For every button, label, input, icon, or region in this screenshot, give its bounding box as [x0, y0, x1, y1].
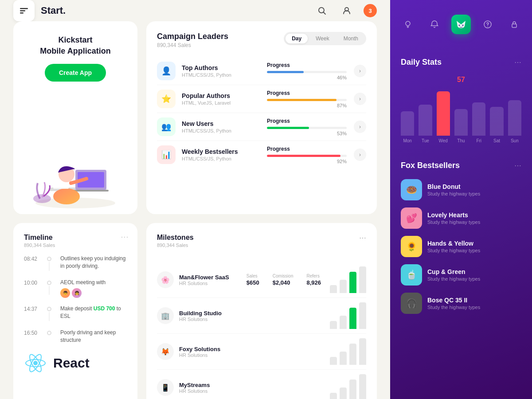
timeline-dot [47, 257, 51, 261]
milestone-bars [330, 374, 366, 399]
milestone-icon: 🦊 [157, 343, 174, 360]
bar-column: Thu [454, 109, 468, 143]
campaign-row: ⭐ Popular Authors HTML, VueJS, Laravel P… [157, 85, 366, 113]
user-icon[interactable] [339, 3, 355, 19]
milestones-dots[interactable]: ⋯ [359, 234, 366, 242]
mini-bar [359, 374, 366, 399]
bestseller-info: Blue Donut Study the highway types [427, 183, 521, 196]
milestone-sub: HR Solutions [179, 317, 222, 322]
milestone-sub: HR Solutions [179, 388, 210, 394]
row-arrow[interactable]: › [354, 149, 366, 161]
campaign-title: Campaign Leaders [157, 32, 228, 41]
mini-bar [340, 316, 347, 329]
bar [490, 107, 503, 136]
daily-stats-dots[interactable]: ⋯ [514, 58, 521, 66]
bestseller-item: 🍩 Blue Donut Study the highway types [401, 179, 521, 200]
stat-sales: Sales $650 [246, 274, 259, 286]
timeline-title: Timeline [24, 234, 127, 242]
sidebar-icon-lock[interactable] [505, 15, 524, 34]
timeline-content: Poorly driving and keep structure [60, 329, 127, 344]
milestone-name: Man&Flower SaaS [179, 274, 229, 281]
progress-label: Progress [267, 62, 347, 68]
mini-bar [340, 387, 347, 399]
milestones-subtitle: 890,344 Sales [157, 243, 194, 248]
progress-pct: 53% [267, 131, 347, 136]
mini-bar [330, 357, 337, 365]
progress-bar-fill [267, 127, 309, 129]
svg-point-19 [406, 21, 410, 26]
bestseller-item: 🎧 Bose QC 35 II Study the highway types [401, 293, 521, 314]
row-arrow[interactable]: › [354, 121, 366, 133]
mini-bar [340, 352, 347, 365]
search-icon[interactable] [314, 3, 330, 19]
bar-column: Sun [508, 100, 521, 143]
mini-bar [359, 338, 366, 365]
bar-column: Tue [419, 105, 432, 143]
campaign-row: 👤 Top Authors HTML/CSS/JS, Python Progre… [157, 57, 366, 85]
notification-badge[interactable]: 3 [364, 4, 377, 17]
bar-label: Fri [476, 138, 481, 143]
create-app-button[interactable]: Create App [45, 64, 106, 82]
row-arrow[interactable]: › [354, 65, 366, 77]
sidebar-icon-bulb[interactable] [398, 15, 418, 34]
react-icon [24, 352, 47, 375]
illustration [27, 139, 124, 205]
milestone-icon: 🌸 [157, 271, 174, 288]
bestseller-name: Bose QC 35 II [427, 297, 521, 304]
mini-bar [349, 272, 356, 293]
row-arrow[interactable]: › [354, 93, 366, 105]
sidebar-icon-fox[interactable] [451, 15, 471, 34]
bestseller-emoji: 💕 [401, 207, 422, 229]
campaign-row: 📊 Weekly Bestsellers HTML/CSS/JS, Python… [157, 141, 366, 168]
milestones-header: Milestones 890,344 Sales ⋯ [157, 234, 366, 255]
milestones-card: Milestones 890,344 Sales ⋯ 🌸 Man&Flower … [146, 223, 377, 399]
svg-rect-1 [20, 10, 25, 12]
milestone-info: Man&Flower SaaS HR Solutions [179, 274, 229, 286]
campaign-title-area: Campaign Leaders 890,344 Sales [157, 32, 228, 48]
timeline-content: AEOL meeting with 👦 👧 [60, 279, 106, 298]
svg-point-21 [462, 25, 464, 26]
timeline-dot [47, 281, 51, 285]
campaign-card: Campaign Leaders 890,344 Sales Day Week … [146, 21, 377, 214]
header: Start. 3 [0, 0, 390, 21]
avatar: 👦 [60, 288, 70, 298]
milestone-name: Foxy Solutions [179, 346, 220, 352]
react-badge: React [24, 352, 127, 375]
sidebar-icon-bell[interactable] [425, 15, 444, 34]
bestseller-info: Bose QC 35 II Study the highway types [427, 297, 521, 310]
progress-pct: 46% [267, 75, 347, 80]
campaign-row-tech: HTML, VueJS, Laravel [182, 100, 267, 106]
tab-month[interactable]: Month [337, 34, 364, 43]
bestseller-subtitle: Study the highway types [427, 276, 521, 282]
bar-label: Sun [511, 138, 519, 143]
bestseller-image: 🍩 [401, 179, 422, 200]
stat-commission: Comission $2,040 [273, 274, 293, 286]
campaign-row-info: Popular Authors HTML, VueJS, Laravel [182, 92, 267, 106]
svg-rect-2 [20, 12, 23, 14]
fox-bestsellers-dots[interactable]: ⋯ [514, 161, 521, 170]
progress-label: Progress [267, 146, 347, 152]
milestones-title-area: Milestones 890,344 Sales [157, 234, 194, 255]
timeline-dots[interactable]: ⋯ [121, 232, 129, 242]
daily-stats-title: Daily Stats [401, 58, 442, 67]
bestseller-info: Hands & Yellow Study the highway types [427, 240, 521, 253]
tab-group: Day Week Month [284, 32, 366, 45]
mini-bar [340, 280, 347, 293]
campaign-row-info: Weekly Bestsellers HTML/CSS/JS, Python [182, 148, 267, 161]
tab-week[interactable]: Week [309, 34, 335, 43]
bestseller-image: 🌻 [401, 236, 422, 257]
mini-bar [359, 302, 366, 329]
mini-bar [359, 266, 366, 293]
header-right: 3 [314, 3, 377, 19]
tab-day[interactable]: Day [286, 34, 308, 43]
progress-bar-fill [267, 99, 336, 101]
progress-label: Progress [267, 90, 347, 96]
bestseller-subtitle: Study the highway types [427, 305, 521, 310]
campaign-row-name: Top Authors [182, 64, 267, 71]
sidebar-icon-question[interactable] [478, 15, 497, 34]
mini-bar [330, 321, 337, 329]
fox-bestsellers-header: Fox Bestsellers ⋯ [401, 161, 521, 170]
campaign-row-name: Popular Authors [182, 92, 267, 99]
progress-bar-bg [267, 71, 347, 73]
bestseller-emoji: 🍩 [401, 179, 422, 200]
